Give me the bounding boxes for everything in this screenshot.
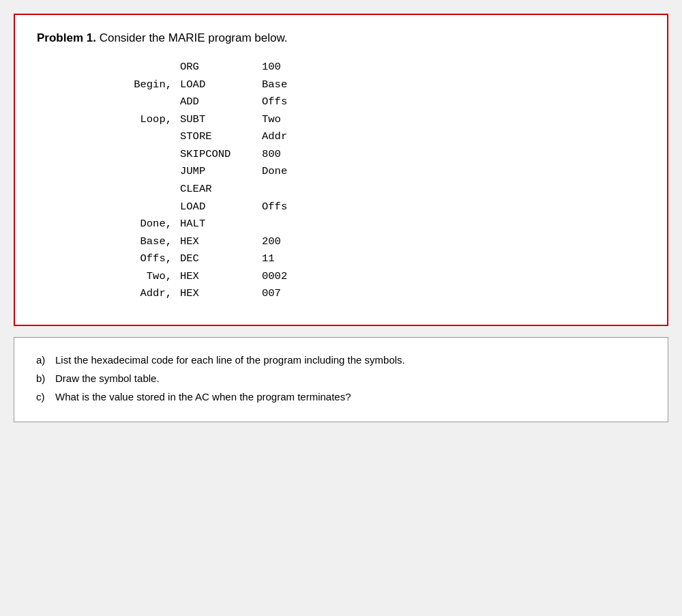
question-letter: a) [36,354,50,366]
program-label [119,146,180,164]
program-operand: Two [262,111,316,129]
program-instruction: HEX [180,285,262,303]
program-label: Begin, [119,76,180,94]
questions-box: a)List the hexadecimal code for each lin… [14,337,668,422]
question-item: c)What is the value stored in the AC whe… [36,391,646,402]
program-operand: Offs [262,199,316,216]
program-row: Done,HALT [119,216,645,233]
program-operand: 100 [262,59,316,76]
program-label [119,163,180,181]
program-operand: 11 [262,250,316,268]
problem-box: Problem 1. Consider the MARIE program be… [14,14,668,326]
program-operand: 200 [262,233,316,251]
program-row: Addr,HEX007 [119,285,645,303]
program-row: ORG100 [119,59,645,76]
program-row: STOREAddr [119,128,645,146]
question-item: b)Draw the symbol table. [36,372,646,384]
program-row: JUMPDone [119,163,645,181]
program-instruction: HEX [180,233,262,251]
problem-title-bold: Problem 1. [37,31,96,44]
program-instruction: ORG [180,59,262,76]
program-operand: Addr [262,128,316,146]
question-text: What is the value stored in the AC when … [55,391,351,402]
program-instruction: LOAD [180,199,262,216]
program-operand: Base [262,76,316,94]
program-instruction: HEX [180,268,262,286]
program-row: LOADOffs [119,199,645,216]
program-label [119,59,180,76]
program-instruction: LOAD [180,76,262,94]
program-instruction: SUBT [180,111,262,129]
program-operand [262,181,316,199]
program-label: Addr, [119,285,180,303]
program-operand: Done [262,163,316,181]
program-instruction: JUMP [180,163,262,181]
program-instruction: SKIPCOND [180,146,262,164]
program-label [119,181,180,199]
question-text: List the hexadecimal code for each line … [55,354,405,366]
program-row: Base,HEX200 [119,233,645,251]
question-item: a)List the hexadecimal code for each lin… [36,354,646,366]
program-row: Loop,SUBTTwo [119,111,645,129]
program-instruction: ADD [180,93,262,111]
program-instruction: HALT [180,216,262,233]
program-instruction: STORE [180,128,262,146]
program-row: SKIPCOND800 [119,146,645,164]
program-operand: 007 [262,285,316,303]
program-row: Two,HEX0002 [119,268,645,286]
program-row: Begin,LOADBase [119,76,645,94]
problem-title: Problem 1. Consider the MARIE program be… [37,31,645,45]
program-instruction: CLEAR [180,181,262,199]
program-label: Base, [119,233,180,251]
program-label: Loop, [119,111,180,129]
program-row: Offs,DEC11 [119,250,645,268]
problem-title-rest: Consider the MARIE program below. [96,31,288,44]
question-letter: b) [36,372,50,384]
program-table: ORG100Begin,LOADBaseADDOffsLoop,SUBTTwoS… [119,59,645,303]
program-operand: 0002 [262,268,316,286]
program-row: ADDOffs [119,93,645,111]
program-operand: 800 [262,146,316,164]
program-label: Offs, [119,250,180,268]
program-label [119,199,180,216]
program-row: CLEAR [119,181,645,199]
program-label: Two, [119,268,180,286]
question-letter: c) [36,391,50,402]
program-operand: Offs [262,93,316,111]
program-operand [262,216,316,233]
question-text: Draw the symbol table. [55,372,160,384]
program-label [119,93,180,111]
program-instruction: DEC [180,250,262,268]
program-label [119,128,180,146]
program-label: Done, [119,216,180,233]
